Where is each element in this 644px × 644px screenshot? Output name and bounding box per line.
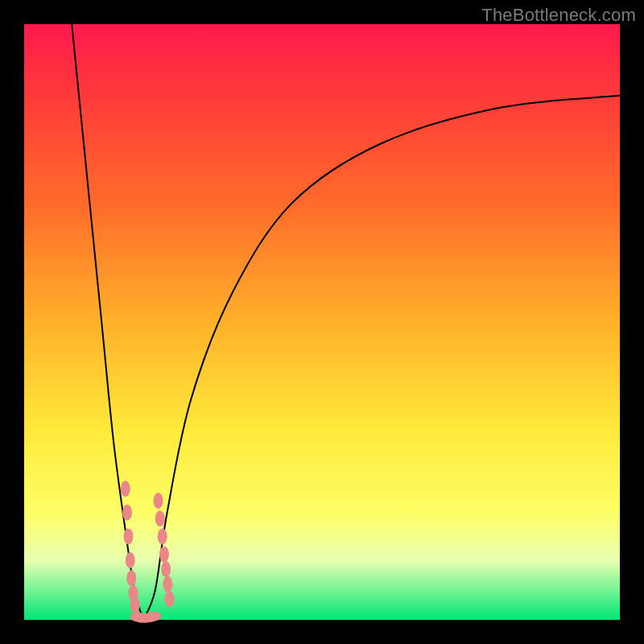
data-point-icon bbox=[147, 612, 161, 621]
plot-area bbox=[24, 24, 620, 620]
data-point-icon bbox=[159, 547, 169, 563]
data-point-icon bbox=[155, 510, 165, 526]
data-point-icon bbox=[154, 493, 163, 509]
data-point-icon bbox=[163, 576, 172, 592]
data-point-icon bbox=[161, 561, 171, 577]
data-point-icon bbox=[126, 570, 136, 586]
watermark-text: TheBottleneck.com bbox=[481, 5, 636, 26]
outer-frame: TheBottleneck.com bbox=[0, 0, 644, 644]
curve-svg bbox=[24, 24, 620, 620]
data-point-icon bbox=[165, 591, 175, 607]
data-point-icon bbox=[126, 552, 135, 568]
bottleneck-curve-right bbox=[143, 96, 620, 620]
data-point-icon bbox=[124, 528, 134, 544]
data-point-icon bbox=[130, 597, 140, 613]
data-point-icon bbox=[121, 481, 130, 497]
data-point-icon bbox=[158, 528, 167, 544]
data-point-icon bbox=[122, 505, 132, 521]
bottleneck-curve-left bbox=[72, 24, 143, 620]
